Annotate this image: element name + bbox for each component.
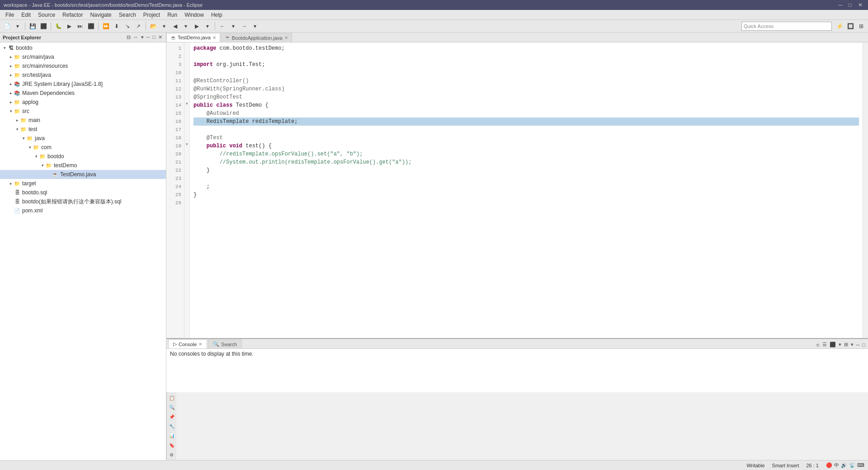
toolbar-fwd[interactable]: → <box>239 21 249 31</box>
console-action-4[interactable]: ▾ <box>838 342 842 348</box>
close-button[interactable]: ✕ <box>856 2 864 8</box>
explorer-menu[interactable]: ▾ <box>140 34 145 40</box>
minimize-button[interactable]: ─ <box>836 2 844 8</box>
console-tab-close[interactable]: ✕ <box>198 342 202 347</box>
status-icon-1[interactable]: 🔴 <box>826 462 832 468</box>
tab-close[interactable]: ✕ <box>212 35 216 40</box>
console-action-1[interactable]: ⎋ <box>816 342 821 348</box>
fold-11[interactable] <box>184 75 189 83</box>
menu-item-help[interactable]: Help <box>208 11 226 19</box>
fold-16[interactable] <box>184 116 189 124</box>
fold-20[interactable] <box>184 148 189 156</box>
tree-item-maven-dependencies[interactable]: ▸📚Maven Dependencies <box>0 89 166 98</box>
console-tab[interactable]: ▷ Console ✕ <box>168 339 207 348</box>
explorer-collapse[interactable]: ⊟ <box>126 34 132 40</box>
menu-item-project[interactable]: Project <box>140 11 164 19</box>
explorer-close[interactable]: ✕ <box>157 34 163 40</box>
toolbar-save-all[interactable]: ⬛ <box>38 21 48 31</box>
search-tab[interactable]: 🔍 Search <box>208 339 242 348</box>
tree-item-target[interactable]: ▸📁target <box>0 179 166 188</box>
console-action-2[interactable]: ☰ <box>821 342 828 348</box>
toolbar-stop[interactable]: ⬛ <box>86 21 96 31</box>
rsb-btn-3[interactable]: 📌 <box>167 412 176 421</box>
fold-3[interactable] <box>184 59 189 67</box>
menu-item-refactor[interactable]: Refactor <box>59 11 86 19</box>
rsb-btn-6[interactable]: 🔖 <box>167 441 176 450</box>
status-icon-2[interactable]: 中 <box>834 462 839 469</box>
toolbar-back-drop[interactable]: ▾ <box>228 21 238 31</box>
fold-22[interactable] <box>184 164 189 173</box>
menu-item-edit[interactable]: Edit <box>18 11 34 19</box>
rsb-btn-1[interactable]: 📋 <box>167 393 176 402</box>
console-action-8[interactable]: □ <box>861 342 866 348</box>
fold-24[interactable] <box>184 181 189 189</box>
tree-item-src-main-java[interactable]: ▸📁src/main/java <box>0 52 166 61</box>
toolbar-open-drop[interactable]: ▾ <box>159 21 169 31</box>
status-icon-5[interactable]: ⌨ <box>857 462 864 468</box>
editor-tab-BootdoApplication-java[interactable]: ☕ BootdoApplication.java ✕ <box>221 33 292 42</box>
tree-item-com[interactable]: ▾📁com <box>0 143 166 152</box>
fold-18[interactable] <box>184 132 189 140</box>
tree-item-src-main-resources[interactable]: ▸📁src/main/resources <box>0 61 166 70</box>
toolbar-fwd-drop[interactable]: ▾ <box>250 21 260 31</box>
fold-19[interactable] <box>184 140 189 148</box>
rsb-btn-4[interactable]: 🔧 <box>167 422 176 431</box>
menu-item-search[interactable]: Search <box>115 11 140 19</box>
console-action-6[interactable]: ▾ <box>850 342 854 348</box>
menu-item-run[interactable]: Run <box>164 11 181 19</box>
fold-12[interactable] <box>184 83 189 91</box>
toolbar-back[interactable]: ← <box>217 21 227 31</box>
fold-21[interactable] <box>184 156 189 164</box>
tree-item-testdemo[interactable]: ▾📁testDemo <box>0 161 166 170</box>
fold-2[interactable] <box>184 51 189 59</box>
fold-23[interactable] <box>184 173 189 181</box>
tree-item-applog[interactable]: ▸📁applog <box>0 98 166 107</box>
fold-10[interactable] <box>184 67 189 75</box>
toolbar-next-nav[interactable]: ▶ <box>192 21 202 31</box>
toolbar-debug[interactable]: 🐛 <box>53 21 63 31</box>
tree-item-bootdo-sql[interactable]: 🗄bootdo.sql <box>0 188 166 197</box>
rsb-btn-5[interactable]: 📊 <box>167 431 176 440</box>
toolbar-persp3[interactable]: ⊞ <box>856 21 866 31</box>
toolbar-prev-drop[interactable]: ▾ <box>181 21 191 31</box>
maximize-button[interactable]: □ <box>847 2 854 8</box>
toolbar-run2[interactable]: ⏭ <box>75 21 85 31</box>
menu-item-file[interactable]: File <box>2 11 18 19</box>
fold-14[interactable] <box>184 99 189 108</box>
tree-item-jre-system-library--javase-1-8-[interactable]: ▸📚JRE System Library [JavaSE-1.8] <box>0 80 166 89</box>
fold-1[interactable] <box>184 42 189 51</box>
rsb-btn-7[interactable]: ⚙ <box>167 450 176 459</box>
tree-item-testdemo-java[interactable]: ☕TestDemo.java <box>0 170 166 179</box>
tree-item-bootdo[interactable]: ▾📁bootdo <box>0 152 166 161</box>
quick-access-box[interactable]: Quick Access <box>741 22 832 31</box>
toolbar-skip[interactable]: ⏩ <box>101 21 111 31</box>
console-action-5[interactable]: ⊞ <box>843 342 849 348</box>
tree-item-pom-xml[interactable]: 📄pom.xml <box>0 206 166 215</box>
tree-item-test[interactable]: ▾📁test <box>0 125 166 134</box>
console-action-7[interactable]: ─ <box>855 342 861 348</box>
menu-item-window[interactable]: Window <box>181 11 208 19</box>
toolbar-step[interactable]: ⬇ <box>112 21 122 31</box>
code-content[interactable]: package com.bootdo.testDemo; import org.… <box>190 42 863 338</box>
fold-17[interactable] <box>184 124 189 132</box>
explorer-min[interactable]: ─ <box>146 34 151 40</box>
menu-item-navigate[interactable]: Navigate <box>86 11 115 19</box>
fold-25[interactable] <box>184 189 189 197</box>
tab-close[interactable]: ✕ <box>284 35 288 40</box>
toolbar-open[interactable]: 📂 <box>148 21 158 31</box>
fold-13[interactable] <box>184 91 189 99</box>
toolbar-new[interactable]: 📄 <box>2 21 12 31</box>
editor-tab-TestDemo-java[interactable]: ☕ TestDemo.java ✕ <box>166 33 220 42</box>
toolbar-prev[interactable]: ◀ <box>170 21 180 31</box>
status-icon-4[interactable]: 📡 <box>849 462 855 468</box>
tree-item-bootdo----------------sql[interactable]: 🗄bootdo(如果报错请执行这个兼容版本).sql <box>0 197 166 206</box>
status-icon-3[interactable]: 🔊 <box>841 462 847 468</box>
tree-item-java[interactable]: ▾📁java <box>0 134 166 143</box>
menu-item-source[interactable]: Source <box>34 11 59 19</box>
tree-item-src[interactable]: ▾📁src <box>0 107 166 116</box>
fold-26[interactable] <box>184 197 189 205</box>
explorer-max[interactable]: □ <box>151 34 156 40</box>
toolbar-run[interactable]: ▶ <box>64 21 74 31</box>
toolbar-save[interactable]: 💾 <box>28 21 38 31</box>
fold-15[interactable] <box>184 108 189 116</box>
